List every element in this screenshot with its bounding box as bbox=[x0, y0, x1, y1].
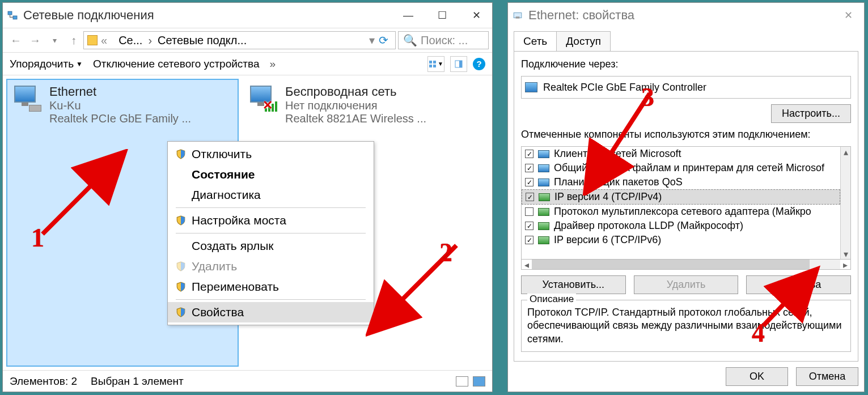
ctx-bridge[interactable]: Настройка моста bbox=[168, 210, 374, 231]
titlebar[interactable]: Ethernet: свойства ✕ bbox=[508, 3, 864, 28]
context-menu: Отключить Состояние Диагностика Настройк… bbox=[167, 141, 374, 325]
component-checkbox[interactable] bbox=[525, 164, 533, 172]
scroll-up-icon: ▴ bbox=[841, 147, 850, 157]
view-large-icons[interactable] bbox=[473, 376, 485, 386]
component-icon bbox=[538, 150, 549, 158]
adapter-name: Ethernet bbox=[49, 84, 191, 99]
component-checkbox[interactable] bbox=[525, 236, 533, 244]
status-bar: Элементов: 2 Выбран 1 элемент bbox=[3, 370, 492, 392]
description-text: Протокол TCP/IP. Стандартный протокол гл… bbox=[527, 306, 845, 346]
component-label: Планировщик пакетов QoS bbox=[554, 176, 683, 188]
horizontal-scrollbar[interactable]: ◂ ▸ bbox=[521, 260, 851, 270]
ctx-properties[interactable]: Свойства bbox=[168, 302, 374, 322]
component-row[interactable]: IP версии 6 (TCP/IPv6) bbox=[522, 233, 840, 247]
help-icon[interactable]: ? bbox=[473, 58, 485, 70]
scroll-left-icon: ◂ bbox=[522, 260, 532, 270]
install-button[interactable]: Установить... bbox=[521, 275, 626, 294]
close-button[interactable]: ✕ bbox=[837, 7, 859, 23]
component-label: Клиент для сетей Microsoft bbox=[554, 148, 681, 160]
navigation-bar: ← → ▾ ↑ « Се... › Сетевые подкл... ▾ ⟳ 🔍… bbox=[3, 28, 492, 53]
svg-rect-7 bbox=[459, 61, 462, 67]
menu-separator bbox=[176, 207, 366, 208]
ethernet-properties-window: Ethernet: свойства ✕ Сеть Доступ Подключ… bbox=[507, 2, 865, 392]
search-input[interactable]: 🔍 Поиск: ... bbox=[398, 31, 489, 49]
component-row[interactable]: Клиент для сетей Microsoft bbox=[522, 147, 840, 161]
components-label: Отмеченные компоненты используются этим … bbox=[521, 129, 851, 141]
status-selected: Выбран 1 элемент bbox=[91, 375, 184, 388]
disconnected-x-icon: ✕ bbox=[262, 98, 273, 113]
window-title: Сетевые подключения bbox=[23, 8, 154, 23]
component-checkbox[interactable] bbox=[525, 178, 533, 186]
toolbar-disable-adapter[interactable]: Отключение сетевого устройства bbox=[93, 58, 260, 70]
breadcrumb[interactable]: « Се... › Сетевые подкл... ▾ ⟳ bbox=[83, 31, 396, 49]
component-label: Драйвер протокола LLDP (Майкрософт) bbox=[554, 220, 743, 232]
ctx-diagnostics[interactable]: Диагностика bbox=[168, 185, 374, 205]
components-list[interactable]: Клиент для сетей MicrosoftОбщий доступ к… bbox=[521, 146, 851, 260]
scroll-right-icon: ▸ bbox=[840, 260, 850, 270]
tab-panel-network: Подключение через: Realtek PCIe GbE Fami… bbox=[514, 51, 858, 362]
recent-button[interactable]: ▾ bbox=[45, 32, 64, 49]
window-title: Ethernet: свойства bbox=[528, 8, 634, 23]
maximize-button[interactable]: ☐ bbox=[431, 7, 454, 23]
svg-rect-1 bbox=[13, 16, 17, 19]
breadcrumb-item[interactable]: Сетевые подкл... bbox=[158, 34, 247, 47]
view-mode-icon[interactable]: ▼ bbox=[427, 56, 444, 72]
adapter-list: Ethernet Ku-Ku Realtek PCIe GbE Family .… bbox=[3, 75, 492, 370]
search-icon: 🔍 bbox=[403, 33, 417, 47]
shield-icon bbox=[176, 215, 186, 226]
up-button[interactable]: ↑ bbox=[64, 32, 83, 49]
shield-icon bbox=[176, 307, 186, 317]
ctx-disable[interactable]: Отключить bbox=[168, 144, 374, 164]
ctx-shortcut[interactable]: Создать ярлык bbox=[168, 236, 374, 256]
component-row[interactable]: Драйвер протокола LLDP (Майкрософт) bbox=[522, 219, 840, 233]
toolbar-more[interactable]: » bbox=[270, 58, 276, 70]
ctx-delete: Удалить bbox=[168, 256, 374, 277]
ctx-status[interactable]: Состояние bbox=[168, 164, 374, 185]
ok-button[interactable]: OK bbox=[726, 367, 788, 386]
tab-network[interactable]: Сеть bbox=[514, 31, 557, 51]
adapter-name: Беспроводная сеть bbox=[285, 84, 426, 99]
description-legend: Описание bbox=[527, 294, 576, 305]
svg-rect-0 bbox=[8, 11, 12, 15]
toolbar: Упорядочить▼ Отключение сетевого устройс… bbox=[3, 53, 492, 75]
breadcrumb-item[interactable]: Се... bbox=[118, 34, 142, 47]
adapter-status: Ku-Ku bbox=[49, 99, 191, 112]
minimize-button[interactable]: — bbox=[397, 7, 420, 23]
toolbar-sort[interactable]: Упорядочить▼ bbox=[10, 58, 83, 70]
refresh-icon[interactable]: ⟳ bbox=[375, 33, 392, 47]
properties-button[interactable]: Свойства bbox=[746, 275, 851, 294]
component-label: Протокол мультиплексора сетевого адаптер… bbox=[554, 206, 811, 218]
component-row[interactable]: Общий доступ к файлам и принтерам для се… bbox=[522, 161, 840, 175]
component-label: IP версии 4 (TCP/IPv4) bbox=[554, 191, 662, 203]
vertical-scrollbar[interactable]: ▴ ▾ bbox=[840, 147, 850, 259]
tab-access[interactable]: Доступ bbox=[556, 31, 611, 51]
network-icon bbox=[7, 10, 18, 20]
svg-rect-4 bbox=[429, 65, 432, 67]
configure-button[interactable]: Настроить... bbox=[771, 104, 851, 123]
forward-button[interactable]: → bbox=[26, 32, 45, 49]
nic-icon bbox=[525, 82, 537, 92]
ethernet-adapter-icon bbox=[13, 84, 44, 112]
back-button[interactable]: ← bbox=[6, 32, 26, 49]
component-row[interactable]: Планировщик пакетов QoS bbox=[522, 175, 840, 189]
component-icon bbox=[538, 208, 549, 216]
component-checkbox[interactable] bbox=[525, 150, 533, 158]
ctx-rename[interactable]: Переименовать bbox=[168, 277, 374, 297]
component-row[interactable]: IP версии 4 (TCP/IPv4) bbox=[522, 189, 840, 205]
cancel-button[interactable]: Отмена bbox=[796, 367, 858, 386]
description-group: Описание Протокол TCP/IP. Стандартный пр… bbox=[521, 300, 851, 352]
component-icon bbox=[538, 236, 549, 244]
component-row[interactable]: Протокол мультиплексора сетевого адаптер… bbox=[522, 205, 840, 219]
network-connections-window: Сетевые подключения — ☐ ✕ ← → ▾ ↑ « Се..… bbox=[2, 2, 493, 392]
remove-button: Удалить bbox=[634, 275, 739, 294]
preview-pane-icon[interactable] bbox=[450, 56, 467, 72]
component-checkbox[interactable] bbox=[526, 193, 534, 201]
close-button[interactable]: ✕ bbox=[465, 7, 488, 23]
view-details-icon[interactable] bbox=[456, 376, 468, 386]
component-checkbox[interactable] bbox=[525, 207, 533, 216]
titlebar[interactable]: Сетевые подключения — ☐ ✕ bbox=[3, 3, 492, 28]
component-checkbox[interactable] bbox=[525, 222, 533, 230]
adapter-device: Realtek PCIe GbE Family ... bbox=[49, 112, 191, 125]
tabstrip: Сеть Доступ bbox=[508, 28, 864, 51]
connection-via-label: Подключение через: bbox=[521, 58, 851, 70]
